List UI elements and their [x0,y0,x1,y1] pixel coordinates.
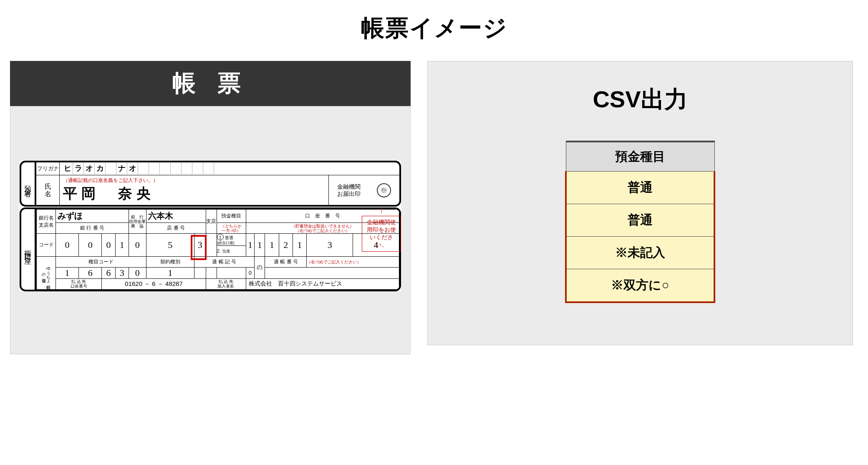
bank-body: 銀行名 支店名 みずほ 銀 行 信用金庫 農 協 六本木 支店 預金種目 口 座… [35,207,401,291]
kigou-1 [206,267,217,278]
shumoku-4: 0 [129,267,146,278]
seal-instruction-note: 金融機関使用印をお使いください。 [362,216,401,252]
name-label: 氏 名 [36,175,60,205]
yucho-label: ゆうちょ銀行 の場合 [37,256,56,289]
name-body: （通帳記載の口座名義をご記入下さい。） 平岡 奈央 [60,175,328,205]
csv-table: 預金種目 普通 普通 ※未記入 ※双方に○ [565,141,715,303]
form-card: 預金者 フリガナ ヒラオカナオ 氏 名 [20,161,401,291]
seal-label-2: お届出印 [337,190,361,197]
seal-mark-icon: ㊞ [377,183,391,197]
name-value: 平岡 奈央 [63,184,325,203]
furikomi-value: 01620 － 6 － 48287 [102,278,206,289]
seal-label-1: 金融機関 [337,183,361,190]
bankno-3: 1 [115,234,129,257]
shumoku-0: 1 [56,267,79,278]
type-hint: （どちらか 一方○印） [217,223,246,234]
bankname-value: みずほ [56,210,129,223]
acctno-1: 1 [255,234,265,257]
tsucho-bango-label: 通 帳 番 号 [265,256,307,267]
name-note: （通帳記載の口座名義をご記入下さい。） [63,177,325,184]
branchno-label: 店 番 号 [146,223,206,234]
tsucho-note: （右づめでご記入ください） [307,256,399,267]
bankname-label: 銀行名 支店名 [37,210,56,234]
bankno-label: 銀 行 番 号 [56,223,129,234]
csv-row-3: ※双方に○ [566,269,714,303]
shumoku-5: 1 [146,267,194,278]
depositor-block: 預金者 フリガナ ヒラオカナオ 氏 名 [20,161,401,207]
bankno-1: 0 [79,234,102,257]
branch-suffix: 支店 [206,210,217,234]
csv-row-0: 普通 [566,172,714,204]
depositor-body: フリガナ ヒラオカナオ 氏 名 （通帳記載の口座名義をご記入下さい。） [35,161,401,207]
type-2: 2. 当座 [217,245,246,256]
left-column: 帳 票 預金者 フリガナ ヒラオカナオ [10,61,411,354]
branchno-0: 0 [129,234,146,257]
shumoku-3: 3 [115,267,129,278]
kanyu-value: 株式会社 百十四システムサービス [246,278,399,289]
left-header: 帳 票 [10,61,411,106]
acctno-2: 1 [265,234,279,257]
keiyaku-label: 契約種別 [146,256,194,267]
kanyu-label: 払 込 先 加入者名 [206,278,246,289]
kigou-4: 0 [246,267,254,278]
code-label: コード [37,234,56,257]
shumoku-code-label: 種目コード [56,256,146,267]
acctno-3: 2 [279,234,293,257]
bankno-0: 0 [56,234,79,257]
branch-value: 六本木 [146,210,206,223]
depositor-section-label: 預金者 [20,161,35,207]
bankno-2: 0 [102,234,115,257]
shumoku-1: 6 [79,267,102,278]
type-1: 1 普通(総合口座) [217,234,246,246]
kigou-2 [217,267,246,278]
page-title: 帳票イメージ [0,13,868,44]
seal-area: 金融機関 お届出印 ㊞ [328,175,399,205]
acctno-5: 3 [307,234,353,257]
highlight-box-icon [191,235,207,260]
tsucho-bango-empty [265,267,399,278]
csv-header: 預金種目 [566,142,714,172]
left-panel: 預金者 フリガナ ヒラオカナオ 氏 名 [10,106,411,354]
type-header: 預金種目 [217,210,246,223]
bank-block: 指定口座 銀行名 支店名 みずほ 銀 行 信用金庫 農 協 六本木 支店 預金種… [20,207,401,291]
bank-sublabels: 銀 行 信用金庫 農 協 [129,210,146,234]
kigou-0 [194,267,206,278]
csv-row-1: 普通 [566,204,714,237]
branchno-1: 5 [146,234,194,257]
acctno-0: 1 [246,234,254,257]
no-char: の [255,256,265,278]
acctno-4: 1 [293,234,306,257]
shumoku-2: 6 [102,267,115,278]
furikomi-label: 払 込 先 口座番号 [56,278,102,289]
csv-row-2: ※未記入 [566,237,714,269]
right-column: CSV出力 預金種目 普通 普通 ※未記入 ※双方に○ [427,61,853,354]
right-panel: CSV出力 預金種目 普通 普通 ※未記入 ※双方に○ [427,61,853,345]
furigana-value: ヒラオカナオ [60,162,399,175]
right-header: CSV出力 [428,70,853,116]
furigana-label: フリガナ [36,162,60,175]
bank-section-label: 指定口座 [20,207,35,291]
